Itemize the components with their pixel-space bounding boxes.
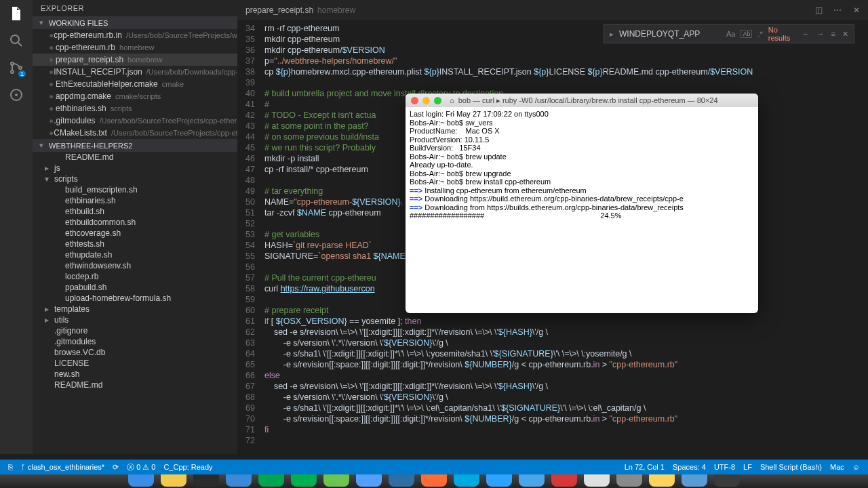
terminal-window[interactable]: ⌂ bob — curl ▸ ruby -W0 /usr/local/Libra…: [406, 94, 758, 313]
scm-icon[interactable]: 1: [8, 60, 24, 76]
traffic-close-icon[interactable]: [411, 97, 418, 104]
word-icon[interactable]: Ab: [741, 30, 752, 38]
dock-app-icon[interactable]: [454, 474, 479, 487]
status-bar: ⎘ ᚶ clash_osx_ethbinaries* ⟳ ⓧ 0 ⚠ 0 C_C…: [0, 460, 868, 474]
tree-item[interactable]: ▸js: [33, 163, 237, 174]
files-icon[interactable]: [8, 5, 24, 22]
tree-item[interactable]: README.md: [33, 152, 237, 163]
tree-item[interactable]: ethcoverage.sh: [33, 228, 237, 239]
dock-app-icon[interactable]: [389, 474, 414, 487]
cpp-status[interactable]: C_Cpp: Ready: [159, 463, 216, 471]
close-find-icon[interactable]: ✕: [841, 30, 850, 39]
dock-app-icon[interactable]: [584, 474, 610, 487]
explorer-title: EXPLORER: [33, 0, 237, 16]
terminal-titlebar[interactable]: ⌂ bob — curl ▸ ruby -W0 /usr/local/Libra…: [406, 94, 758, 107]
folder-header[interactable]: ▾WEBTHREE-HELPERS2: [33, 139, 237, 152]
tree-item[interactable]: build_emscripten.sh: [33, 184, 237, 195]
working-file[interactable]: ●INSTALL_RECEIPT.json/Users/bob/Download…: [33, 66, 237, 78]
regex-icon[interactable]: .*: [756, 30, 764, 38]
debug-icon[interactable]: [8, 87, 24, 103]
find-results: No results: [768, 26, 797, 42]
tree-item[interactable]: ▸templates: [33, 304, 237, 314]
tree-item[interactable]: new.sh: [33, 369, 237, 380]
svg-point-0: [11, 35, 19, 43]
editor-tab[interactable]: prepare_receipt.sh homebrew: [237, 0, 363, 20]
dock-app-icon[interactable]: [193, 474, 219, 487]
home-icon: ⌂: [450, 96, 454, 104]
working-file[interactable]: ●EthExecutableHelper.cmakecmake: [33, 78, 237, 90]
find-input[interactable]: [619, 29, 721, 39]
working-file[interactable]: ●cpp-ethereum.rbhomebrew: [33, 41, 237, 54]
traffic-max-icon[interactable]: [434, 97, 441, 104]
dock-app-icon[interactable]: [258, 474, 284, 487]
tree-item[interactable]: ▾scripts: [33, 174, 237, 184]
working-file[interactable]: ●prepare_receipt.shhomebrew: [33, 54, 237, 66]
tab-folder: homebrew: [317, 5, 355, 15]
problems[interactable]: ⓧ 0 ⚠ 0: [123, 462, 159, 472]
svg-point-5: [16, 94, 17, 96]
dock-app-icon[interactable]: [226, 474, 252, 487]
tree-item[interactable]: ethbuildcommon.sh: [33, 217, 237, 228]
tree-item[interactable]: ▸utils: [33, 314, 237, 325]
tree-item[interactable]: upload-homebrew-formula.sh: [33, 293, 237, 304]
dock-app-icon[interactable]: [323, 474, 349, 487]
dock-app-icon[interactable]: [291, 474, 317, 487]
tree-item[interactable]: LICENSE: [33, 358, 237, 369]
more-icon[interactable]: ⋯: [830, 3, 845, 18]
sync-icon[interactable]: ⟳: [108, 463, 123, 472]
tree-item[interactable]: ethtests.sh: [33, 239, 237, 249]
traffic-min-icon[interactable]: [422, 97, 430, 104]
tree-item[interactable]: ethbuild.sh: [33, 206, 237, 217]
dock-app-icon[interactable]: [161, 474, 186, 487]
dock-app-icon[interactable]: [486, 474, 512, 487]
find-widget[interactable]: ▸ Aa Ab .* No results ← → ≡ ✕: [604, 24, 854, 43]
tree-item[interactable]: .gitmodules: [33, 336, 237, 347]
lang[interactable]: Shell Script (Bash): [756, 463, 826, 471]
working-file[interactable]: ●.gitmodules/Users/bob/SourceTreeProject…: [33, 115, 237, 127]
svg-point-1: [11, 62, 14, 65]
working-file[interactable]: ●appdmg.cmakecmake/scripts: [33, 90, 237, 102]
git-branch[interactable]: ᚶ clash_osx_ethbinaries*: [17, 463, 108, 471]
os[interactable]: Mac: [826, 463, 848, 471]
dock-app-icon[interactable]: [649, 474, 675, 487]
tree-item[interactable]: locdep.rb: [33, 271, 237, 282]
eol[interactable]: LF: [739, 463, 756, 471]
activity-bar: 1: [0, 0, 33, 454]
dock-app-icon[interactable]: [519, 474, 545, 487]
tree-item[interactable]: ethbinaries.sh: [33, 195, 237, 206]
working-file[interactable]: ●cpp-ethereum.rb.in/Users/bob/SourceTree…: [33, 29, 237, 41]
remote-icon[interactable]: ⎘: [4, 463, 17, 471]
dock: [0, 474, 868, 488]
tree-item[interactable]: ppabuild.sh: [33, 282, 237, 293]
dock-app-icon[interactable]: [616, 474, 642, 487]
cursor-pos[interactable]: Ln 72, Col 1: [620, 463, 669, 471]
case-icon[interactable]: Aa: [725, 30, 736, 38]
prev-match-icon[interactable]: ←: [802, 30, 812, 38]
tree-item[interactable]: README.md: [33, 380, 237, 390]
close-icon[interactable]: ✕: [849, 3, 864, 18]
find-prev-icon[interactable]: ▸: [608, 30, 615, 39]
dock-app-icon[interactable]: [421, 474, 447, 487]
next-match-icon[interactable]: →: [816, 30, 826, 38]
selection-icon[interactable]: ≡: [830, 30, 837, 38]
dock-app-icon[interactable]: [128, 474, 154, 487]
indent[interactable]: Spaces: 4: [669, 463, 710, 471]
terminal-content[interactable]: Last login: Fri May 27 17:09:22 on ttys0…: [406, 107, 758, 223]
tab-filename: prepare_receipt.sh: [245, 5, 313, 15]
tree-item[interactable]: browse.VC.db: [33, 347, 237, 358]
encoding[interactable]: UTF-8: [710, 463, 739, 471]
feedback-icon[interactable]: ☺: [848, 463, 864, 471]
working-file[interactable]: ●CMakeLists.txt/Users/bob/SourceTreeProj…: [33, 127, 237, 139]
search-icon[interactable]: [8, 33, 24, 49]
tree-item[interactable]: ethwindowsenv.sh: [33, 260, 237, 271]
working-file[interactable]: ●ethbinaries.shscripts: [33, 102, 237, 115]
working-files-header[interactable]: ▾WORKING FILES: [33, 16, 237, 29]
tree-item[interactable]: ethupdate.sh: [33, 249, 237, 260]
tree-item[interactable]: .gitignore: [33, 325, 237, 336]
dock-app-icon[interactable]: [714, 474, 740, 487]
dock-app-icon[interactable]: [551, 474, 577, 487]
dock-app-icon[interactable]: [356, 474, 382, 487]
tab-bar: prepare_receipt.sh homebrew ◫ ⋯ ✕: [237, 0, 868, 20]
dock-app-icon[interactable]: [682, 474, 707, 487]
split-icon[interactable]: ◫: [811, 3, 826, 18]
